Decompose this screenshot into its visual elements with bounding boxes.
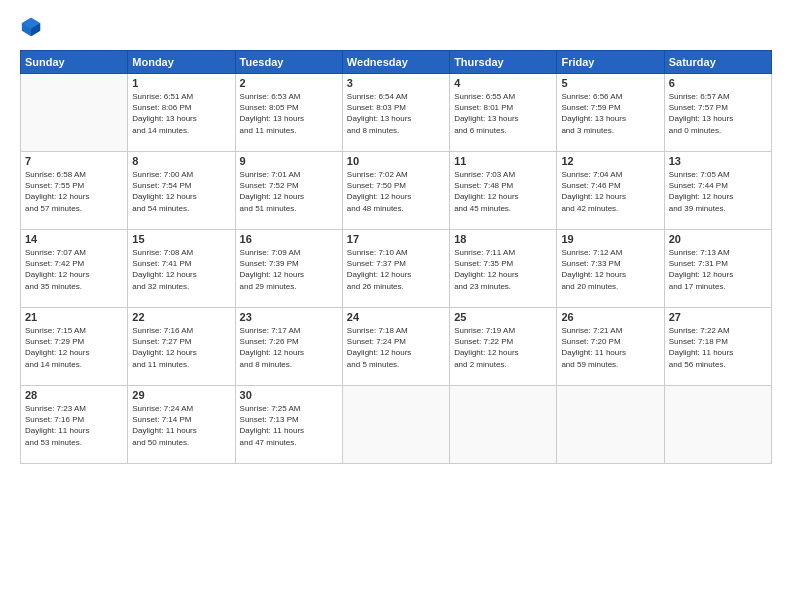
calendar-cell: 23Sunrise: 7:17 AM Sunset: 7:26 PM Dayli… [235,308,342,386]
day-number: 1 [132,77,230,89]
day-number: 7 [25,155,123,167]
day-number: 25 [454,311,552,323]
logo [20,16,44,42]
day-number: 22 [132,311,230,323]
day-info: Sunrise: 7:13 AM Sunset: 7:31 PM Dayligh… [669,247,767,292]
calendar-cell: 30Sunrise: 7:25 AM Sunset: 7:13 PM Dayli… [235,386,342,464]
calendar-cell: 29Sunrise: 7:24 AM Sunset: 7:14 PM Dayli… [128,386,235,464]
calendar-cell: 26Sunrise: 7:21 AM Sunset: 7:20 PM Dayli… [557,308,664,386]
day-info: Sunrise: 7:02 AM Sunset: 7:50 PM Dayligh… [347,169,445,214]
calendar-cell: 25Sunrise: 7:19 AM Sunset: 7:22 PM Dayli… [450,308,557,386]
day-info: Sunrise: 6:53 AM Sunset: 8:05 PM Dayligh… [240,91,338,136]
calendar-body: 1Sunrise: 6:51 AM Sunset: 8:06 PM Daylig… [21,74,772,464]
day-number: 28 [25,389,123,401]
day-number: 26 [561,311,659,323]
day-number: 30 [240,389,338,401]
day-info: Sunrise: 7:10 AM Sunset: 7:37 PM Dayligh… [347,247,445,292]
day-number: 10 [347,155,445,167]
logo-icon [20,16,42,42]
calendar-cell: 16Sunrise: 7:09 AM Sunset: 7:39 PM Dayli… [235,230,342,308]
calendar-cell: 7Sunrise: 6:58 AM Sunset: 7:55 PM Daylig… [21,152,128,230]
day-info: Sunrise: 6:57 AM Sunset: 7:57 PM Dayligh… [669,91,767,136]
calendar-cell: 22Sunrise: 7:16 AM Sunset: 7:27 PM Dayli… [128,308,235,386]
day-number: 4 [454,77,552,89]
day-info: Sunrise: 7:04 AM Sunset: 7:46 PM Dayligh… [561,169,659,214]
day-info: Sunrise: 7:21 AM Sunset: 7:20 PM Dayligh… [561,325,659,370]
day-header: Sunday [21,51,128,74]
calendar-cell [664,386,771,464]
calendar-cell: 19Sunrise: 7:12 AM Sunset: 7:33 PM Dayli… [557,230,664,308]
day-info: Sunrise: 7:15 AM Sunset: 7:29 PM Dayligh… [25,325,123,370]
calendar-cell: 3Sunrise: 6:54 AM Sunset: 8:03 PM Daylig… [342,74,449,152]
day-number: 13 [669,155,767,167]
day-header: Friday [557,51,664,74]
calendar-cell: 8Sunrise: 7:00 AM Sunset: 7:54 PM Daylig… [128,152,235,230]
day-header: Saturday [664,51,771,74]
day-info: Sunrise: 7:18 AM Sunset: 7:24 PM Dayligh… [347,325,445,370]
day-number: 11 [454,155,552,167]
day-info: Sunrise: 6:55 AM Sunset: 8:01 PM Dayligh… [454,91,552,136]
calendar-cell: 24Sunrise: 7:18 AM Sunset: 7:24 PM Dayli… [342,308,449,386]
day-number: 15 [132,233,230,245]
day-number: 16 [240,233,338,245]
calendar-cell: 12Sunrise: 7:04 AM Sunset: 7:46 PM Dayli… [557,152,664,230]
calendar-cell: 5Sunrise: 6:56 AM Sunset: 7:59 PM Daylig… [557,74,664,152]
calendar-cell: 18Sunrise: 7:11 AM Sunset: 7:35 PM Dayli… [450,230,557,308]
calendar-cell: 4Sunrise: 6:55 AM Sunset: 8:01 PM Daylig… [450,74,557,152]
day-number: 19 [561,233,659,245]
day-info: Sunrise: 7:24 AM Sunset: 7:14 PM Dayligh… [132,403,230,448]
calendar-cell: 28Sunrise: 7:23 AM Sunset: 7:16 PM Dayli… [21,386,128,464]
day-info: Sunrise: 7:12 AM Sunset: 7:33 PM Dayligh… [561,247,659,292]
day-number: 21 [25,311,123,323]
calendar-week: 14Sunrise: 7:07 AM Sunset: 7:42 PM Dayli… [21,230,772,308]
page: SundayMondayTuesdayWednesdayThursdayFrid… [0,0,792,612]
day-number: 6 [669,77,767,89]
calendar-header: SundayMondayTuesdayWednesdayThursdayFrid… [21,51,772,74]
calendar-week: 28Sunrise: 7:23 AM Sunset: 7:16 PM Dayli… [21,386,772,464]
calendar-cell: 13Sunrise: 7:05 AM Sunset: 7:44 PM Dayli… [664,152,771,230]
day-info: Sunrise: 7:01 AM Sunset: 7:52 PM Dayligh… [240,169,338,214]
day-info: Sunrise: 7:07 AM Sunset: 7:42 PM Dayligh… [25,247,123,292]
day-info: Sunrise: 6:56 AM Sunset: 7:59 PM Dayligh… [561,91,659,136]
day-info: Sunrise: 6:58 AM Sunset: 7:55 PM Dayligh… [25,169,123,214]
day-number: 29 [132,389,230,401]
day-number: 27 [669,311,767,323]
calendar-cell: 9Sunrise: 7:01 AM Sunset: 7:52 PM Daylig… [235,152,342,230]
calendar-week: 21Sunrise: 7:15 AM Sunset: 7:29 PM Dayli… [21,308,772,386]
day-number: 20 [669,233,767,245]
calendar: SundayMondayTuesdayWednesdayThursdayFrid… [20,50,772,464]
calendar-cell: 6Sunrise: 6:57 AM Sunset: 7:57 PM Daylig… [664,74,771,152]
day-info: Sunrise: 6:54 AM Sunset: 8:03 PM Dayligh… [347,91,445,136]
calendar-cell [450,386,557,464]
day-header: Thursday [450,51,557,74]
day-info: Sunrise: 7:17 AM Sunset: 7:26 PM Dayligh… [240,325,338,370]
day-header: Wednesday [342,51,449,74]
calendar-cell: 11Sunrise: 7:03 AM Sunset: 7:48 PM Dayli… [450,152,557,230]
day-number: 3 [347,77,445,89]
day-info: Sunrise: 7:09 AM Sunset: 7:39 PM Dayligh… [240,247,338,292]
calendar-cell [342,386,449,464]
calendar-cell: 2Sunrise: 6:53 AM Sunset: 8:05 PM Daylig… [235,74,342,152]
day-info: Sunrise: 7:25 AM Sunset: 7:13 PM Dayligh… [240,403,338,448]
calendar-cell [21,74,128,152]
calendar-cell: 10Sunrise: 7:02 AM Sunset: 7:50 PM Dayli… [342,152,449,230]
day-header: Tuesday [235,51,342,74]
calendar-cell: 17Sunrise: 7:10 AM Sunset: 7:37 PM Dayli… [342,230,449,308]
day-header: Monday [128,51,235,74]
day-info: Sunrise: 7:00 AM Sunset: 7:54 PM Dayligh… [132,169,230,214]
day-info: Sunrise: 7:19 AM Sunset: 7:22 PM Dayligh… [454,325,552,370]
day-info: Sunrise: 7:22 AM Sunset: 7:18 PM Dayligh… [669,325,767,370]
calendar-cell: 1Sunrise: 6:51 AM Sunset: 8:06 PM Daylig… [128,74,235,152]
calendar-cell: 21Sunrise: 7:15 AM Sunset: 7:29 PM Dayli… [21,308,128,386]
day-number: 17 [347,233,445,245]
day-number: 14 [25,233,123,245]
calendar-cell: 14Sunrise: 7:07 AM Sunset: 7:42 PM Dayli… [21,230,128,308]
calendar-week: 1Sunrise: 6:51 AM Sunset: 8:06 PM Daylig… [21,74,772,152]
day-number: 18 [454,233,552,245]
day-number: 9 [240,155,338,167]
day-info: Sunrise: 7:05 AM Sunset: 7:44 PM Dayligh… [669,169,767,214]
day-info: Sunrise: 7:03 AM Sunset: 7:48 PM Dayligh… [454,169,552,214]
day-info: Sunrise: 7:08 AM Sunset: 7:41 PM Dayligh… [132,247,230,292]
day-number: 12 [561,155,659,167]
day-number: 2 [240,77,338,89]
